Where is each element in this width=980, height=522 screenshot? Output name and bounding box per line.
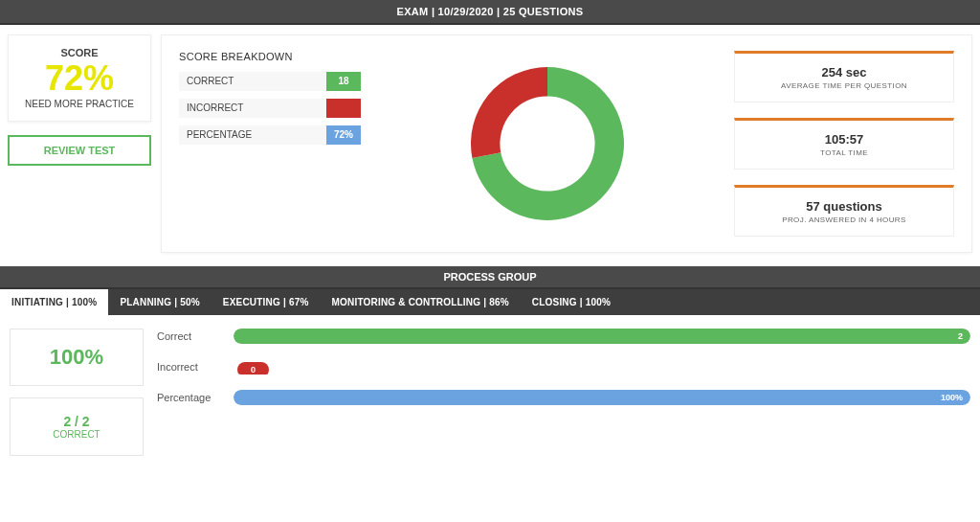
score-title: SCORE	[14, 47, 145, 58]
breakdown-percentage-value: 72%	[326, 125, 361, 145]
score-value: 72%	[14, 60, 145, 97]
process-row-correct-track: 2	[234, 329, 970, 344]
stat-proj: 57 questions PROJ. ANSWERED IN 4 HOURS	[734, 185, 954, 237]
process-row-percentage-track: 100%	[234, 390, 970, 405]
process-bars: Correct 2 Incorrect 0 Percentage 100%	[157, 329, 970, 456]
score-column: SCORE 72% NEED MORE PRACTICE REVIEW TEST	[8, 34, 151, 253]
review-test-button[interactable]: REVIEW TEST	[8, 135, 151, 166]
score-breakdown-title: SCORE BREAKDOWN	[179, 51, 361, 62]
score-note: NEED MORE PRACTICE	[14, 99, 145, 109]
process-row-correct-label: Correct	[157, 330, 234, 342]
process-detail: 100% 2 / 2 CORRECT Correct 2 Incorrect 0	[0, 315, 980, 475]
process-row-incorrect: Incorrect 0	[157, 359, 970, 374]
tab-initiating[interactable]: INITIATING | 100%	[0, 289, 108, 315]
process-row-incorrect-label: Incorrect	[157, 361, 234, 373]
stat-total-time: 105:57 TOTAL TIME	[734, 118, 954, 170]
tab-executing[interactable]: EXECUTING | 67%	[212, 289, 321, 315]
breakdown-row-percentage: PERCENTAGE 72%	[179, 125, 361, 145]
stat-avg-time-value: 254 sec	[741, 65, 947, 79]
process-row-correct-value: 2	[958, 329, 963, 344]
process-left-cards: 100% 2 / 2 CORRECT	[10, 329, 144, 456]
breakdown-incorrect-value: 7	[326, 99, 361, 118]
process-fraction-card: 2 / 2 CORRECT	[10, 397, 144, 456]
donut-chart-svg	[461, 57, 634, 230]
stat-proj-value: 57 questions	[741, 199, 947, 214]
breakdown-incorrect-label: INCORRECT	[179, 99, 326, 118]
process-percent-card: 100%	[10, 329, 144, 386]
stat-proj-label: PROJ. ANSWERED IN 4 HOURS	[741, 216, 947, 224]
tab-planning[interactable]: PLANNING | 50%	[108, 289, 211, 315]
tab-monitoring[interactable]: MONITORING & CONTROLLING | 86%	[321, 289, 521, 315]
breakdown-row-correct: CORRECT 18	[179, 72, 361, 91]
process-row-incorrect-value: 0	[237, 362, 269, 374]
stat-total-time-label: TOTAL TIME	[741, 148, 947, 157]
donut-chart	[380, 51, 715, 237]
process-row-incorrect-track: 0	[234, 359, 970, 374]
stat-avg-time-label: AVERAGE TIME PER QUESTION	[741, 81, 947, 90]
process-percent-value: 100%	[14, 345, 139, 370]
process-row-percentage-label: Percentage	[157, 392, 234, 403]
process-group-section: PROCESS GROUP INITIATING | 100% PLANNING…	[0, 266, 980, 475]
tab-closing[interactable]: CLOSING | 100%	[521, 289, 622, 315]
donut-slice-incorrect	[471, 67, 547, 158]
breakdown-correct-value: 18	[326, 72, 361, 91]
process-row-percentage-fill: 100%	[234, 390, 970, 405]
process-row-correct-fill: 2	[234, 329, 970, 344]
page-header-title: EXAM | 10/29/2020 | 25 QUESTIONS	[397, 6, 584, 17]
process-fraction-value: 2 / 2	[14, 414, 139, 429]
summary-panel: SCORE BREAKDOWN CORRECT 18 INCORRECT 7 P…	[161, 34, 972, 253]
score-card: SCORE 72% NEED MORE PRACTICE	[8, 34, 151, 122]
stat-total-time-value: 105:57	[741, 132, 947, 147]
page-header: EXAM | 10/29/2020 | 25 QUESTIONS	[0, 0, 980, 25]
summary-area: SCORE 72% NEED MORE PRACTICE REVIEW TEST…	[0, 25, 980, 266]
process-fraction-label: CORRECT	[14, 429, 139, 440]
process-tab-bar: INITIATING | 100% PLANNING | 50% EXECUTI…	[0, 289, 980, 315]
breakdown-percentage-label: PERCENTAGE	[179, 125, 326, 145]
process-row-correct: Correct 2	[157, 329, 970, 344]
process-group-header: PROCESS GROUP	[0, 266, 980, 289]
process-row-percentage: Percentage 100%	[157, 390, 970, 405]
process-row-percentage-value: 100%	[941, 390, 963, 405]
breakdown-correct-label: CORRECT	[179, 72, 326, 91]
score-breakdown: SCORE BREAKDOWN CORRECT 18 INCORRECT 7 P…	[179, 51, 361, 237]
stat-avg-time: 254 sec AVERAGE TIME PER QUESTION	[734, 51, 954, 102]
stats-column: 254 sec AVERAGE TIME PER QUESTION 105:57…	[734, 51, 954, 237]
breakdown-row-incorrect: INCORRECT 7	[179, 99, 361, 118]
